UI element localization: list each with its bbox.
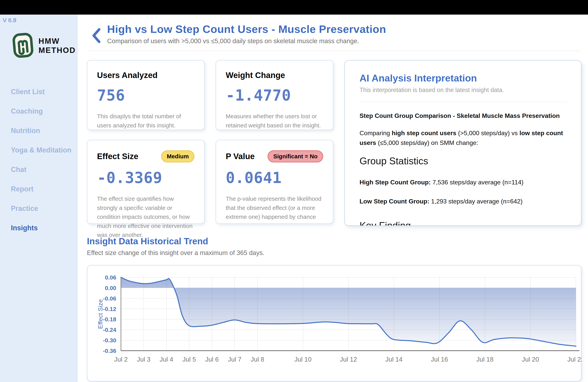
x-axis-tick-label: Jul 16 <box>431 356 448 363</box>
y-axis-tick-label: 0.00 <box>105 285 116 291</box>
card-description: This disaplys the total number of users … <box>97 112 194 130</box>
page-subtitle: Comparison of users with >5,000 vs ≤5,00… <box>107 37 386 45</box>
x-axis-tick-label: Jul 2 <box>114 356 128 363</box>
y-axis-tick-label: -0.18 <box>103 316 116 322</box>
page-header: High vs Low Step Count Users - Muscle Pr… <box>87 23 581 45</box>
text-segment: 1,293 steps/day average (n=642) <box>429 198 523 205</box>
y-axis-tick-label: -0.30 <box>103 337 116 343</box>
header-divider <box>87 51 581 51</box>
weight-change-card: Weight Change -1.4770 Measures whether t… <box>216 60 333 130</box>
card-description: The p-value represents the likelihood th… <box>226 194 323 222</box>
trend-title: Insight Data Historical Trend <box>87 236 581 246</box>
trend-section-header: Insight Data Historical Trend Effect siz… <box>87 236 581 256</box>
x-axis-tick-label: Jul 22 <box>567 356 582 363</box>
sidebar-item-insights[interactable]: Insights <box>0 224 78 232</box>
ai-panel-divider <box>359 102 567 102</box>
card-title: Users Analyzed <box>97 71 158 80</box>
brand: HMW METHOD <box>12 33 78 59</box>
x-axis-tick-label: Jul 7 <box>228 356 242 363</box>
y-axis-tick-label: -0.06 <box>103 295 116 302</box>
sidebar: V 6.8 HMW METHOD Client ListCoachingNutr… <box>0 15 78 382</box>
ai-comparison-text: Comparing high step count users (>5,000 … <box>359 128 567 148</box>
text-segment: 7,536 steps/day average (n=114) <box>431 179 524 186</box>
trend-subtitle: Effect size change of this insight over … <box>87 249 581 256</box>
users-analyzed-value: 756 <box>97 86 194 104</box>
card-title: Effect Size <box>97 152 138 161</box>
sidebar-nav: Client ListCoachingNutritionYoga & Medit… <box>0 88 78 232</box>
users-analyzed-card: Users Analyzed 756 This disaplys the tot… <box>87 60 205 130</box>
x-axis-tick-label: Jul 5 <box>182 356 196 363</box>
page-header-text: High vs Low Step Count Users - Muscle Pr… <box>107 23 386 45</box>
trend-chart-canvas: 0.060.00-0.06-0.12-0.18-0.24-0.30-0.36Ju… <box>87 265 582 382</box>
significance-badge: Significant = No <box>268 150 323 162</box>
effect-size-value: -0.3369 <box>97 169 194 187</box>
x-axis-tick-label: Jul 18 <box>476 356 494 363</box>
metrics-grid: Users Analyzed 756 This disaplys the tot… <box>87 60 581 224</box>
p-value-value: 0.0641 <box>226 169 323 187</box>
sidebar-item-practice[interactable]: Practice <box>0 204 78 212</box>
x-axis-tick-label: Jul 12 <box>340 356 357 363</box>
x-axis-tick-label: Jul 10 <box>294 356 312 363</box>
y-axis-tick-label: -0.12 <box>103 306 116 312</box>
top-black-bar <box>0 0 588 15</box>
sidebar-item-coaching[interactable]: Coaching <box>0 107 78 115</box>
effect-size-trend-chart: 0.060.00-0.06-0.12-0.18-0.24-0.30-0.36Ju… <box>87 265 581 382</box>
key-finding-heading: Key Finding <box>359 220 567 226</box>
y-axis-title: Effect Size <box>97 299 104 329</box>
y-axis-tick-label: 0.06 <box>105 274 116 281</box>
ai-panel-subtitle: This interporetation is based on the lat… <box>359 86 567 94</box>
text-segment: high step count users <box>392 129 456 137</box>
card-description: Measures whether the users lost or retai… <box>226 112 323 130</box>
ai-panel-title: AI Analysis Interpretation <box>359 73 567 84</box>
sidebar-item-report[interactable]: Report <box>0 185 78 193</box>
low-group-stat: Low Step Count Group: 1,293 steps/day av… <box>359 197 567 206</box>
sidebar-item-chat[interactable]: Chat <box>0 166 78 174</box>
y-axis-tick-label: -0.36 <box>103 348 116 354</box>
x-axis-tick-label: Jul 4 <box>160 356 173 363</box>
effect-size-badge: Medium <box>161 150 194 162</box>
card-title: Weight Change <box>226 71 285 80</box>
p-value-card: P Value Significant = No 0.0641 The p-va… <box>216 140 333 224</box>
sidebar-item-client-list[interactable]: Client List <box>0 88 78 96</box>
app-version: V 6.8 <box>0 15 78 23</box>
text-segment: Low Step Count Group: <box>359 198 429 205</box>
card-title: P Value <box>226 152 255 161</box>
sidebar-item-yoga-meditation[interactable]: Yoga & Meditation <box>0 146 78 154</box>
page-title: High vs Low Step Count Users - Muscle Pr… <box>107 23 386 35</box>
x-axis-tick-label: Jul 8 <box>251 356 264 363</box>
sidebar-item-nutrition[interactable]: Nutrition <box>0 127 78 135</box>
main-content: High vs Low Step Count Users - Muscle Pr… <box>78 15 588 382</box>
x-axis-tick-label: Jul 14 <box>385 356 402 363</box>
hmw-logo-icon <box>12 33 33 59</box>
back-button[interactable] <box>92 28 101 44</box>
ai-analysis-panel: AI Analysis Interpretation This interpor… <box>344 60 581 226</box>
x-axis-tick-label: Jul 3 <box>137 356 150 363</box>
y-axis-tick-label: -0.24 <box>103 327 116 333</box>
text-segment: High Step Count Group: <box>359 179 431 186</box>
effect-size-card: Effect Size Medium -0.3369 The effect si… <box>87 140 205 224</box>
x-axis-tick-label: Jul 6 <box>205 356 219 363</box>
x-axis-tick-label: Jul 20 <box>522 356 539 363</box>
chevron-left-icon <box>92 41 101 44</box>
text-segment: (≤5,000 steps/day) on SMM change: <box>376 139 478 146</box>
ai-report-title: Step Count Group Comparison - Skeletal M… <box>359 112 567 119</box>
card-description: The effect size quantifies how strongly … <box>97 194 194 240</box>
text-segment: Comparing <box>359 129 392 137</box>
weight-change-value: -1.4770 <box>226 86 323 104</box>
group-statistics-heading: Group Statistics <box>359 155 567 167</box>
text-segment: (>5,000 steps/day) vs <box>456 129 520 137</box>
high-group-stat: High Step Count Group: 7,536 steps/day a… <box>359 178 567 187</box>
brand-name: HMW METHOD <box>39 37 76 55</box>
